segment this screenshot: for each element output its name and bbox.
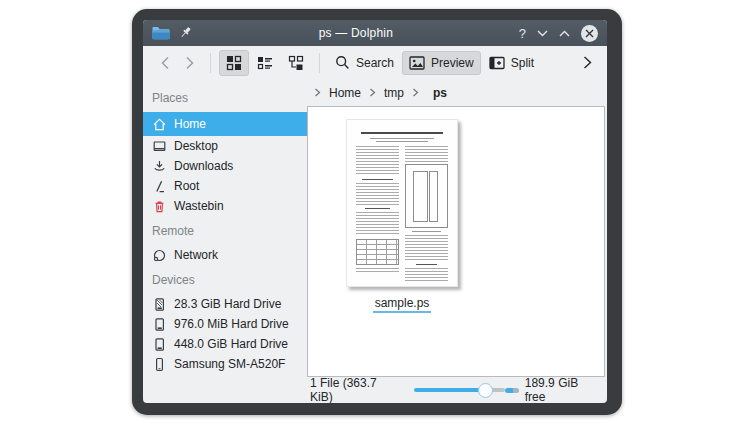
sidebar-item-label: Samsung SM-A520F	[174, 357, 285, 371]
preview-figure-rect	[429, 171, 438, 223]
help-button[interactable]: ?	[519, 26, 526, 41]
zoom-slider[interactable]	[414, 382, 505, 398]
home-icon	[152, 117, 167, 132]
close-button[interactable]	[581, 25, 598, 42]
preview-text-block	[405, 268, 448, 282]
preview-doc-columns	[356, 146, 448, 282]
breadcrumb-tmp[interactable]: tmp	[383, 86, 405, 100]
content-column: Home tmp ps	[307, 79, 607, 403]
preview-doc-title-line	[361, 132, 444, 134]
disk-capacity-bar	[505, 388, 519, 393]
toolbar-separator	[210, 53, 211, 73]
pin-icon[interactable]	[179, 26, 193, 40]
sidebar-item-label: Desktop	[174, 139, 218, 153]
free-space-label: 189.9 GiB free	[525, 376, 601, 403]
root-slash-icon	[152, 179, 167, 194]
sidebar-item-network[interactable]: Network	[143, 245, 307, 265]
preview-text-block	[356, 268, 399, 274]
preview-figure-rect	[413, 171, 427, 223]
download-icon	[152, 159, 167, 174]
toolbar-overflow-button[interactable]	[576, 51, 599, 74]
places-section-header: Places	[143, 83, 307, 112]
devices-section-header: Devices	[143, 265, 307, 294]
trash-icon	[152, 199, 167, 214]
sidebar-item-drive-3[interactable]: 448.0 GiB Hard Drive	[143, 334, 307, 354]
zoom-slider-handle[interactable]	[478, 383, 493, 398]
sidebar-item-home[interactable]: Home	[143, 112, 307, 136]
titlebar[interactable]: ps — Dolphin ?	[143, 20, 607, 46]
network-globe-icon	[152, 248, 167, 263]
file-view[interactable]: sample.ps	[307, 106, 605, 377]
toolbar-separator	[319, 53, 320, 73]
breadcrumb-current[interactable]: ps	[432, 86, 448, 100]
details-view-button[interactable]	[250, 50, 280, 76]
preview-text-block	[405, 235, 448, 261]
sidebar-item-label: 28.3 GiB Hard Drive	[174, 297, 281, 311]
file-item-sample-ps[interactable]: sample.ps	[330, 119, 474, 313]
split-label: Split	[511, 56, 534, 70]
preview-doc-left-column	[356, 146, 399, 282]
status-summary: 1 File (363.7 KiB)	[310, 376, 401, 403]
main-area: Places Home Desktop	[143, 79, 607, 403]
search-button[interactable]: Search	[328, 50, 401, 75]
sidebar-item-label: Wastebin	[174, 199, 224, 213]
search-icon	[335, 55, 350, 70]
split-view-icon	[489, 56, 505, 70]
preview-text-block	[356, 146, 399, 176]
breadcrumb-home[interactable]: Home	[328, 86, 362, 100]
search-label: Search	[356, 56, 394, 70]
preview-figure-caption	[412, 231, 441, 232]
preview-heading-line	[362, 179, 393, 180]
preview-doc-right-column	[405, 146, 448, 282]
sidebar-item-downloads[interactable]: Downloads	[143, 156, 307, 176]
preview-heading-line	[416, 264, 438, 265]
sidebar-item-root[interactable]: Root	[143, 176, 307, 196]
preview-text-block	[405, 146, 448, 162]
file-name-label[interactable]: sample.ps	[373, 296, 432, 313]
icons-view-button[interactable]	[219, 50, 249, 76]
sidebar-item-wastebin[interactable]: Wastebin	[143, 196, 307, 216]
minimize-button[interactable]	[537, 30, 548, 37]
hard-drive-icon	[152, 317, 167, 332]
tree-view-button[interactable]	[281, 50, 311, 76]
breadcrumb: Home tmp ps	[307, 79, 607, 106]
chevron-right-icon	[369, 88, 376, 97]
hard-drive-icon	[152, 297, 167, 312]
sidebar-item-drive-1[interactable]: 28.3 GiB Hard Drive	[143, 294, 307, 314]
preview-figure	[405, 164, 448, 228]
chevron-right-icon	[314, 88, 321, 97]
sidebar-item-label: 976.0 MiB Hard Drive	[174, 317, 289, 331]
sidebar-item-desktop[interactable]: Desktop	[143, 136, 307, 156]
maximize-button[interactable]	[559, 30, 570, 37]
sidebar-item-label: Root	[174, 179, 199, 193]
preview-toggle-button[interactable]: Preview	[402, 51, 481, 75]
preview-heading-line	[365, 208, 391, 209]
status-bar: 1 File (363.7 KiB) 189.9 GiB free	[307, 377, 607, 403]
sidebar-item-label: 448.0 GiB Hard Drive	[174, 337, 288, 351]
hard-drive-icon	[152, 337, 167, 352]
preview-doc-author-line	[376, 141, 428, 142]
preview-text-block	[356, 183, 399, 205]
dolphin-window: ps — Dolphin ?	[143, 20, 607, 403]
sidebar-item-label: Downloads	[174, 159, 233, 173]
places-panel: Places Home Desktop	[143, 79, 307, 403]
window-title: ps — Dolphin	[202, 26, 510, 40]
toolbar: Search Preview	[143, 46, 607, 79]
smartphone-icon	[152, 357, 167, 372]
preview-label: Preview	[431, 56, 474, 70]
preview-table	[356, 239, 399, 265]
preview-image-icon	[409, 56, 425, 70]
desktop-icon	[152, 139, 167, 154]
sidebar-item-phone[interactable]: Samsung SM-A520F	[143, 354, 307, 374]
sidebar-item-drive-2[interactable]: 976.0 MiB Hard Drive	[143, 314, 307, 334]
split-button[interactable]: Split	[482, 51, 541, 75]
preview-doc-author-line	[370, 138, 434, 139]
document-preview-thumbnail[interactable]	[346, 119, 458, 287]
app-folder-icon[interactable]	[152, 26, 170, 40]
remote-section-header: Remote	[143, 216, 307, 245]
sidebar-item-label: Home	[174, 117, 206, 131]
preview-text-block	[356, 212, 399, 236]
forward-button[interactable]	[178, 51, 202, 75]
sidebar-item-label: Network	[174, 248, 218, 262]
back-button[interactable]	[153, 51, 177, 75]
